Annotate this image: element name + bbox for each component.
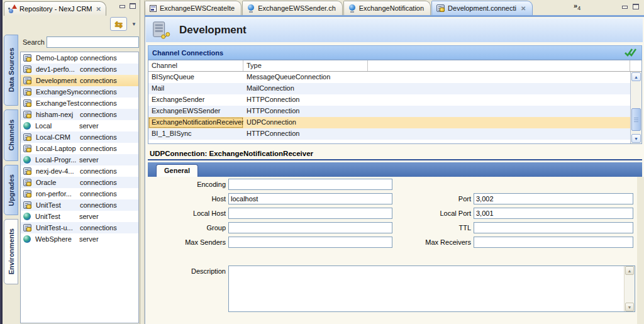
list-item[interactable]: hisham-nexj connections — [21, 109, 138, 120]
table-row[interactable]: ExchangeSender HTTPConnection — [148, 94, 630, 106]
server-db-icon — [23, 111, 31, 118]
server-db-icon — [23, 190, 31, 198]
form-right-column: Port Local Port TTL Max Receivers — [393, 193, 633, 248]
server-db-icon — [23, 99, 31, 107]
scroll-down-icon[interactable]: ▼ — [631, 134, 641, 143]
channel-globe-icon — [247, 4, 255, 13]
table-scrollbar[interactable]: ▲ ▼ — [630, 72, 641, 143]
form-field: Port — [393, 193, 633, 204]
list-item[interactable]: UnitTest-u... connections — [21, 222, 138, 233]
detail-section-title: UDPConnection: ExchangeNotificationRecei… — [148, 148, 642, 160]
maximize-icon[interactable] — [130, 3, 136, 9]
side-tab[interactable]: Channels — [4, 109, 18, 161]
repository-titlebar: Repository - NexJ CRM ✕ — [3, 0, 140, 16]
form-input[interactable] — [228, 222, 392, 233]
server-db-icon — [23, 65, 31, 73]
table-row[interactable]: BISyncQueue MessageQueueConnection — [148, 72, 630, 83]
globe-icon — [23, 122, 31, 130]
server-db-icon — [23, 167, 31, 175]
globe-icon — [23, 213, 31, 220]
form-field: Encoding — [148, 179, 392, 190]
link-with-editor-button[interactable]: ⇆ — [110, 17, 127, 31]
list-item[interactable]: Local-Laptop connections — [21, 143, 138, 154]
close-icon[interactable]: ✕ — [521, 5, 526, 12]
list-item[interactable]: UnitTest server — [21, 211, 138, 222]
search-input[interactable] — [47, 36, 139, 48]
scroll-up-icon[interactable]: ▲ — [631, 72, 641, 81]
description-label: Description — [148, 265, 226, 275]
list-item[interactable]: ExchangeTest connections — [21, 98, 138, 109]
editor-tab[interactable]: ExchangeEWSSender.ch ✕ — [242, 1, 343, 15]
form-input[interactable] — [228, 208, 392, 219]
scroll-down-icon[interactable]: ▼ — [625, 303, 634, 311]
form-left-column: Encoding Host Local Host Group M — [148, 179, 392, 248]
close-icon[interactable]: ✕ — [96, 6, 101, 13]
list-item[interactable]: Demo-Laptop connections — [21, 52, 138, 64]
page-header: Development — [146, 18, 643, 42]
minimize-icon[interactable] — [119, 3, 125, 9]
table-row[interactable]: BI_1_BISync HTTPConnection — [148, 128, 630, 140]
form-input[interactable] — [474, 237, 633, 248]
server-db-icon — [436, 4, 445, 12]
description-input[interactable] — [228, 265, 635, 312]
list-item[interactable]: Local-Progr... server — [21, 154, 138, 165]
list-item[interactable]: UnitTest connections — [21, 199, 138, 211]
editor-tab[interactable]: Development.connecti ✕ — [431, 1, 533, 15]
search-label: Search — [23, 38, 45, 46]
repository-content: Search Demo-Laptop connections dev1-perf… — [19, 35, 140, 324]
view-menu-icon[interactable]: ▼ — [131, 21, 136, 27]
tab-general[interactable]: General — [156, 164, 198, 177]
channel-connections-table: Channel Type BISyncQueue MessageQueueCon… — [148, 60, 642, 144]
scrollbar-thumb[interactable] — [631, 108, 641, 131]
side-tab[interactable]: Environments — [4, 219, 18, 284]
minimize-icon[interactable] — [621, 4, 628, 9]
form-input[interactable] — [228, 237, 392, 248]
repository-view-tab[interactable]: Repository - NexJ CRM ✕ — [4, 1, 106, 16]
form-field: Local Host — [148, 208, 392, 219]
list-item[interactable]: ron-perfor... connections — [21, 188, 138, 199]
table-row[interactable]: ExchangeNotificationReceiver UDPConnecti… — [148, 117, 630, 128]
table-row[interactable]: ExchangeEWSSender HTTPConnection — [148, 106, 630, 117]
list-item[interactable]: Development connections — [21, 75, 138, 86]
column-header-channel[interactable]: Channel — [148, 60, 243, 71]
repository-icon — [8, 4, 17, 13]
editor-tab[interactable]: ExchangeNotification ✕ — [343, 1, 431, 15]
editor-tabbar: ExchangeEWSCreateIte ✕ ExchangeEWSSender… — [145, 0, 644, 15]
repository-side-tabs: Data Sources Channels Upgrades Environme… — [4, 35, 18, 324]
list-item[interactable]: nexj-dev-4... connections — [21, 165, 138, 177]
panel-resize-handle[interactable] — [140, 0, 145, 324]
more-tabs-chevron[interactable]: »4 — [574, 2, 580, 11]
list-item[interactable]: Local server — [21, 120, 138, 131]
list-item[interactable]: ExchangeSync connections — [21, 86, 138, 98]
list-item[interactable]: dev1-perfo... connections — [21, 64, 138, 75]
server-db-icon — [23, 77, 31, 84]
form-input[interactable] — [474, 208, 633, 219]
detail-tabbar: General — [148, 162, 642, 177]
table-row[interactable]: Mail MailConnection — [148, 83, 630, 94]
section-title: Channel Connections — [152, 49, 223, 57]
form-field: TTL — [393, 222, 633, 233]
class-icon — [150, 5, 157, 12]
list-item[interactable]: WebSphere server — [21, 233, 138, 245]
server-plug-icon — [152, 21, 170, 40]
side-tab[interactable]: Data Sources — [4, 35, 18, 106]
side-tab[interactable]: Upgrades — [4, 165, 18, 215]
form-input[interactable] — [228, 193, 392, 204]
server-db-icon — [23, 133, 31, 141]
server-db-icon — [23, 179, 31, 186]
repository-view-title: Repository - NexJ CRM — [19, 5, 92, 13]
form-input[interactable] — [474, 222, 633, 233]
list-item[interactable]: Local-CRM connections — [21, 131, 138, 143]
form-input[interactable] — [228, 179, 392, 190]
server-db-icon — [23, 88, 31, 96]
server-db-icon — [23, 145, 31, 152]
maximize-icon[interactable] — [633, 4, 639, 9]
form-input[interactable] — [474, 193, 633, 204]
editor-tab[interactable]: ExchangeEWSCreateIte ✕ — [145, 1, 242, 15]
column-header-type[interactable]: Type — [243, 60, 368, 71]
udp-connection-form: Encoding Host Local Host Group M — [145, 177, 644, 324]
description-scrollbar[interactable]: ▲ ▼ — [624, 266, 635, 311]
list-item[interactable]: Oracle connections — [21, 177, 138, 188]
form-field: Host — [148, 193, 392, 204]
scroll-up-icon[interactable]: ▲ — [625, 266, 634, 275]
